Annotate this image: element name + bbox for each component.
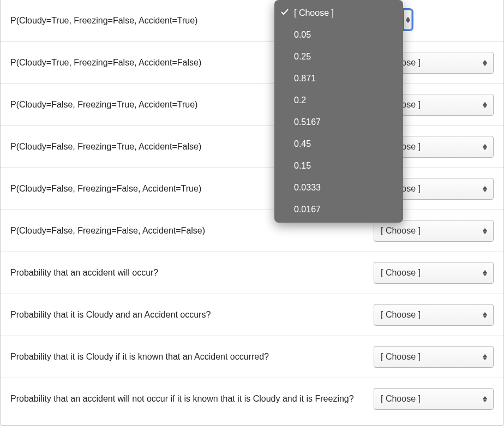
dropdown-option[interactable]: 0.05 bbox=[274, 24, 403, 46]
question-row: P(Cloudy=False, Freezing=True, Accident=… bbox=[1, 126, 503, 168]
question-label: Probability that it is Cloudy and an Acc… bbox=[10, 309, 374, 320]
dropdown-option[interactable]: 0.0333 bbox=[274, 177, 403, 199]
question-row: P(Cloudy=False, Freezing=False, Accident… bbox=[1, 210, 503, 252]
dropdown-option-label: 0.05 bbox=[294, 30, 311, 40]
chevron-updown-icon bbox=[405, 17, 411, 23]
chevron-updown-icon bbox=[482, 60, 488, 66]
question-row: P(Cloudy=True, Freezing=False, Accident=… bbox=[1, 42, 503, 84]
dropdown-option[interactable]: 0.5167 bbox=[274, 111, 403, 133]
dropdown-option-label: 0.2 bbox=[294, 95, 306, 105]
answer-select[interactable]: [ Choose ] bbox=[374, 220, 494, 242]
select-value: [ Choose ] bbox=[381, 394, 421, 404]
question-label: Probability that it is Cloudy if it is k… bbox=[10, 351, 374, 362]
answer-select[interactable]: [ Choose ] bbox=[374, 262, 494, 284]
question-label: Probability that an accident will not oc… bbox=[10, 393, 374, 404]
question-row: P(Cloudy=False, Freezing=False, Accident… bbox=[1, 168, 503, 210]
check-icon bbox=[281, 8, 289, 18]
dropdown-option-label: 0.25 bbox=[294, 52, 311, 62]
chevron-updown-icon bbox=[482, 396, 488, 402]
chevron-updown-icon bbox=[482, 270, 488, 276]
question-row: P(Cloudy=False, Freezing=True, Accident=… bbox=[1, 84, 503, 126]
dropdown-option-label: 0.0167 bbox=[294, 205, 321, 214]
chevron-updown-icon bbox=[482, 144, 488, 150]
question-row: Probability that an accident will occur?… bbox=[1, 252, 503, 294]
select-caret-behind-dropdown[interactable] bbox=[404, 10, 412, 29]
select-value: [ Choose ] bbox=[381, 268, 421, 278]
dropdown-option[interactable]: 0.45 bbox=[274, 133, 403, 155]
dropdown-option-label: 0.15 bbox=[294, 161, 311, 171]
dropdown-option[interactable]: 0.0167 bbox=[274, 199, 403, 220]
answer-select[interactable]: [ Choose ] bbox=[374, 304, 494, 326]
chevron-updown-icon bbox=[482, 186, 488, 192]
dropdown-option-label: 0.45 bbox=[294, 139, 311, 149]
question-row: Probability that an accident will not oc… bbox=[1, 378, 503, 420]
dropdown-option-label: [ Choose ] bbox=[294, 8, 334, 18]
select-value: [ Choose ] bbox=[381, 226, 421, 236]
dropdown-option[interactable]: 0.2 bbox=[274, 89, 403, 111]
question-label: Probability that an accident will occur? bbox=[10, 267, 374, 278]
dropdown-option[interactable]: 0.871 bbox=[274, 68, 403, 89]
select-value: [ Choose ] bbox=[381, 310, 421, 320]
question-row: P(Cloudy=True, Freezing=False, Accident=… bbox=[1, 0, 503, 42]
dropdown-option[interactable]: 0.25 bbox=[274, 46, 403, 68]
dropdown-option-label: 0.871 bbox=[294, 74, 316, 83]
dropdown-option-placeholder[interactable]: [ Choose ] bbox=[274, 2, 403, 24]
answer-select[interactable]: [ Choose ] bbox=[374, 346, 494, 368]
dropdown-option[interactable]: 0.15 bbox=[274, 155, 403, 177]
select-value: [ Choose ] bbox=[381, 352, 421, 362]
chevron-updown-icon bbox=[482, 354, 488, 360]
chevron-updown-icon bbox=[482, 102, 488, 108]
question-label: P(Cloudy=False, Freezing=False, Accident… bbox=[10, 225, 374, 236]
chevron-updown-icon bbox=[482, 312, 488, 318]
chevron-updown-icon bbox=[482, 228, 488, 234]
question-row: Probability that it is Cloudy if it is k… bbox=[1, 336, 503, 378]
dropdown-option-label: 0.5167 bbox=[294, 117, 321, 127]
question-row: Probability that it is Cloudy and an Acc… bbox=[1, 294, 503, 336]
question-panel: [ Choose ] 0.05 0.25 0.871 0.2 0.5167 0.… bbox=[0, 0, 504, 426]
dropdown-option-label: 0.0333 bbox=[294, 183, 321, 193]
answer-select[interactable]: [ Choose ] bbox=[374, 388, 494, 410]
dropdown-menu[interactable]: [ Choose ] 0.05 0.25 0.871 0.2 0.5167 0.… bbox=[274, 0, 403, 223]
